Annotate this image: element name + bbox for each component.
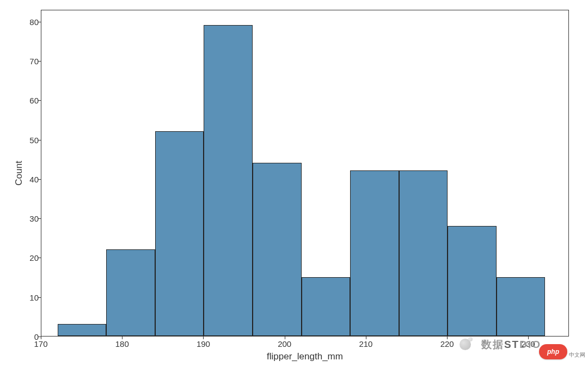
y-tick-label: 80: [29, 17, 39, 26]
histogram-bar: [302, 277, 351, 336]
y-tick-label: 60: [29, 96, 39, 105]
x-tick-mark: [366, 337, 366, 339]
y-tick-mark: [38, 22, 41, 22]
y-tick-mark: [38, 140, 41, 140]
x-tick-label: 190: [197, 339, 210, 348]
histogram-bar: [58, 324, 107, 336]
y-tick-label: 70: [29, 56, 39, 65]
x-tick-mark: [285, 337, 285, 339]
histogram-bar: [106, 249, 155, 336]
wechat-bubble-icon: [460, 339, 471, 350]
watermark-text: 数据STDIO: [481, 338, 541, 352]
y-tick-mark: [38, 100, 41, 101]
y-tick-mark: [38, 297, 41, 298]
bars-area: [41, 9, 569, 336]
x-tick-mark: [41, 337, 41, 339]
histogram-bar: [204, 25, 253, 336]
histogram-bar: [253, 163, 302, 336]
y-tick-mark: [38, 258, 41, 258]
x-tick-label: 200: [278, 339, 291, 348]
y-tick-mark: [38, 179, 41, 180]
x-tick-mark: [122, 337, 122, 339]
x-tick-label: 210: [359, 339, 372, 348]
x-tick-mark: [203, 337, 204, 339]
histogram-bar: [155, 131, 204, 336]
histogram-chart: 01020304050607080 170180190200210220230 …: [41, 10, 569, 337]
x-tick-label: 170: [34, 339, 47, 348]
histogram-bar: [399, 170, 448, 336]
y-tick-label: 50: [29, 135, 39, 144]
y-tick-mark: [38, 218, 41, 219]
x-axis-label: flipper_length_mm: [267, 351, 343, 362]
histogram-bar: [497, 277, 546, 336]
x-tick-label: 180: [115, 339, 129, 348]
y-tick-mark: [38, 61, 41, 62]
histogram-bar: [448, 226, 497, 336]
histogram-bar: [350, 170, 399, 336]
php-logo: php: [539, 344, 567, 359]
plot-area: [41, 10, 569, 337]
y-tick-label: 30: [29, 214, 39, 223]
x-tick-label: 220: [440, 339, 454, 348]
y-axis-label: Count: [14, 161, 24, 185]
y-tick-label: 20: [29, 253, 39, 262]
x-tick-mark: [447, 337, 448, 339]
y-tick-label: 40: [29, 174, 39, 184]
y-tick-label: 10: [29, 292, 39, 302]
cn-text: 中文网: [569, 351, 585, 359]
